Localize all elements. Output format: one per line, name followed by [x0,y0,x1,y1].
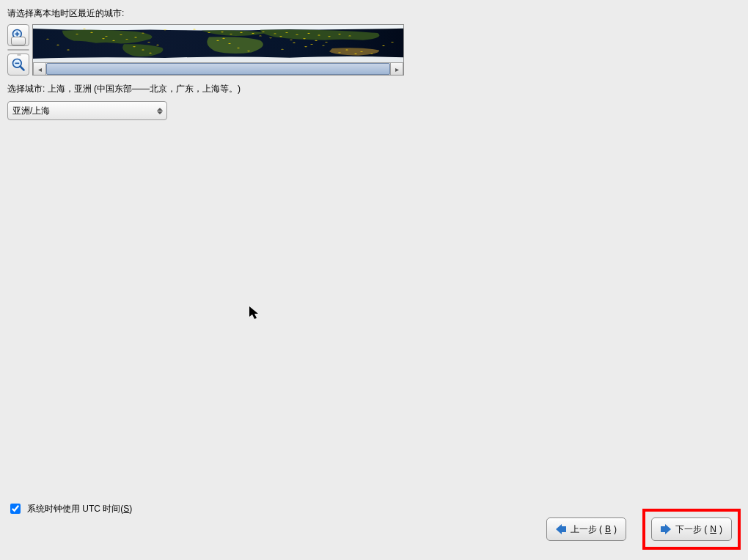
arrow-right-icon [661,524,671,535]
svg-point-11 [134,37,137,38]
svg-point-28 [222,38,225,39]
svg-point-21 [240,32,243,33]
svg-point-7 [76,34,78,34]
svg-point-8 [90,32,93,33]
timezone-combobox[interactable]: 亚洲/上海 [7,101,167,120]
svg-point-36 [348,35,351,36]
svg-point-62 [293,43,296,43]
utc-checkbox-label[interactable]: 系统时钟使用 UTC 时间(S) [27,503,132,515]
svg-point-22 [252,33,254,34]
zoom-slider-handle[interactable] [11,37,26,45]
svg-line-5 [21,67,24,70]
svg-point-39 [315,40,318,41]
svg-point-25 [228,43,231,44]
next-button-highlight: 下一步 (N) [642,509,741,550]
zoom-out-icon [11,57,26,72]
svg-point-44 [360,51,363,52]
svg-point-12 [112,40,115,41]
svg-point-9 [105,36,108,37]
svg-point-31 [296,34,298,35]
svg-point-26 [237,48,240,48]
svg-point-35 [338,34,341,34]
svg-point-38 [290,40,293,40]
svg-point-27 [247,51,250,51]
svg-point-19 [221,32,224,32]
selected-city-value: 上海，亚洲 (中国东部——北京，广东，上海等。) [48,84,241,94]
svg-point-49 [56,45,59,45]
svg-point-45 [370,54,373,54]
svg-point-14 [142,50,144,51]
combobox-updown-icon [155,103,165,118]
utc-checkbox[interactable] [10,504,21,514]
back-button[interactable]: 上一步 (B) [546,517,626,541]
scroll-left-arrow-icon[interactable]: ◂ [33,63,46,75]
svg-point-52 [382,45,385,46]
next-button[interactable]: 下一步 (N) [651,517,732,541]
svg-point-24 [216,40,219,41]
svg-point-57 [102,38,105,39]
svg-point-30 [285,32,288,33]
svg-point-18 [208,32,210,33]
svg-point-59 [259,35,262,36]
svg-point-34 [328,36,331,37]
svg-point-64 [281,49,284,50]
svg-point-54 [164,29,166,30]
svg-point-58 [125,39,128,40]
svg-point-41 [310,44,313,45]
svg-point-51 [391,42,394,43]
svg-point-40 [325,42,328,43]
timezone-value: 亚洲/上海 [12,105,50,117]
svg-point-29 [274,33,276,34]
svg-point-61 [279,36,282,37]
svg-point-13 [133,46,136,47]
svg-point-46 [354,54,357,54]
scroll-right-arrow-icon[interactable]: ▸ [390,63,403,75]
svg-point-47 [338,52,341,53]
svg-point-42 [322,45,325,46]
svg-point-23 [262,32,265,32]
svg-point-55 [193,29,196,30]
timezone-map[interactable]: X 上海 [33,25,403,62]
svg-point-32 [307,33,310,34]
svg-point-16 [156,45,159,45]
svg-point-56 [142,33,144,34]
scroll-thumb[interactable] [46,63,390,75]
svg-point-33 [318,35,320,36]
svg-point-17 [147,42,150,43]
svg-point-63 [304,46,307,47]
svg-point-10 [120,34,122,35]
arrow-left-icon [556,524,566,535]
svg-point-15 [149,53,152,54]
svg-point-43 [345,50,348,51]
selected-city-prefix: 选择城市: [7,84,48,94]
map-horizontal-scrollbar[interactable]: ◂ ▸ [33,62,403,75]
svg-point-50 [67,50,70,51]
zoom-out-button[interactable] [7,54,29,75]
svg-point-60 [269,37,272,38]
svg-point-37 [303,38,306,39]
svg-point-20 [230,34,232,34]
svg-point-53 [83,29,86,29]
zoom-slider[interactable] [7,49,29,51]
svg-point-48 [46,39,49,40]
prompt-label: 请选择离本地时区最近的城市: [7,7,741,20]
